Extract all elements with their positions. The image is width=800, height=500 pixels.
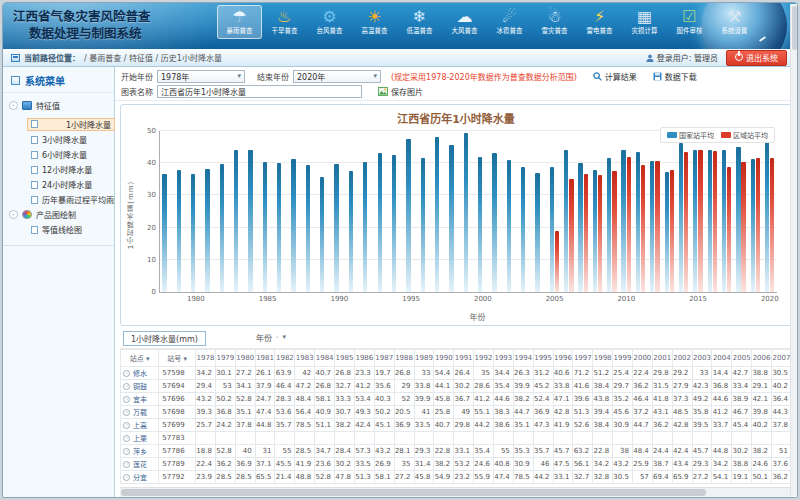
sidebar-item-0-4[interactable]: 24小时降水量 <box>27 177 112 192</box>
value-cell: 36.4 <box>771 393 791 406</box>
year-col-1989[interactable]: 1989 <box>414 350 434 367</box>
year-col-1979[interactable]: 1979 <box>215 350 235 367</box>
station-name[interactable]: 修水 <box>133 368 147 378</box>
station-name[interactable]: 分宜 <box>133 472 147 482</box>
sidebar-item-0-1[interactable]: 3小时降水量 <box>27 132 112 147</box>
value-cell: 43.4 <box>672 458 692 471</box>
sidebar-item-1-0[interactable]: 等值线绘图 <box>27 222 112 237</box>
sidebar-item-0-2[interactable]: 6小时降水量 <box>27 147 112 162</box>
station-name[interactable]: 万载 <box>133 407 147 417</box>
toolbar-item-label: 冰雹普查 <box>490 27 530 35</box>
year-col-1983[interactable]: 1983 <box>295 350 315 367</box>
hightemp-survey-icon: ☀ <box>353 7 396 27</box>
download-button[interactable]: 数据下载 <box>653 71 697 82</box>
toolbar-item-snow-survey[interactable]: ☃雪灾普查 <box>532 5 577 39</box>
year-column-header[interactable]: 年份 - ▾ <box>256 332 286 343</box>
vertical-scrollbar[interactable] <box>790 4 797 496</box>
horizontal-scrollbar-thumb[interactable] <box>121 489 706 496</box>
year-col-1980[interactable]: 1980 <box>235 350 255 367</box>
expand-icon[interactable]: - <box>9 210 18 219</box>
toolbar-item-hightemp-survey[interactable]: ☀高温普查 <box>352 5 397 39</box>
year-col-2005[interactable]: 2005 <box>732 350 752 367</box>
year-col-1984[interactable]: 1984 <box>315 350 335 367</box>
row-radio[interactable] <box>123 383 130 390</box>
year-col-2000[interactable]: 2000 <box>632 350 652 367</box>
row-radio[interactable] <box>123 409 130 416</box>
year-col-1981[interactable]: 1981 <box>255 350 275 367</box>
year-col-2007[interactable]: 2007 <box>771 350 791 367</box>
year-col-1998[interactable]: 1998 <box>593 350 613 367</box>
toolbar-item-map-review[interactable]: ☑图件审核 <box>667 5 712 39</box>
bar-national-1982 <box>220 164 224 292</box>
year-col-1996[interactable]: 1996 <box>553 350 573 367</box>
station-column-header[interactable]: 站点 ▾ <box>121 350 159 367</box>
sidebar-item-0-0[interactable]: 1小时降水量 <box>27 118 115 131</box>
year-col-1991[interactable]: 1991 <box>454 350 474 367</box>
sidebar-item-0-3[interactable]: 12小时降水量 <box>27 162 112 177</box>
row-radio[interactable] <box>123 461 130 468</box>
end-year-select[interactable]: 2020年 ▾ <box>293 70 381 83</box>
toolbar-item-rainstorm-survey[interactable]: ☂暴雨普查 <box>217 5 262 39</box>
sidebar-group-1[interactable]: -产品图绘制 <box>7 207 112 222</box>
toolbar-item-risk-calc[interactable]: ▦灾损计算 <box>622 5 667 39</box>
year-col-2002[interactable]: 2002 <box>672 350 692 367</box>
chart-name-input[interactable] <box>157 85 362 98</box>
station-name[interactable]: 萍乡 <box>133 446 147 456</box>
toolbar-item-system-settings[interactable]: ⚒系统设置 <box>712 5 757 39</box>
logout-button[interactable]: 退出系统 <box>726 50 787 66</box>
chart-legend[interactable]: 国家站平均区域站平均 <box>660 127 775 143</box>
year-col-1994[interactable]: 1994 <box>513 350 533 367</box>
row-radio[interactable] <box>123 474 130 481</box>
toolbar-item-wind-survey[interactable]: ☁大风普查 <box>442 5 487 39</box>
row-radio[interactable] <box>123 422 130 429</box>
year-col-1995[interactable]: 1995 <box>533 350 553 367</box>
year-col-1982[interactable]: 1982 <box>275 350 295 367</box>
station-name[interactable]: 宜丰 <box>133 394 147 404</box>
row-radio[interactable] <box>123 370 130 377</box>
year-col-2006[interactable]: 2006 <box>752 350 772 367</box>
horizontal-scrollbar[interactable] <box>120 487 792 497</box>
year-col-1985[interactable]: 1985 <box>335 350 355 367</box>
value-cell: 35.1 <box>513 419 533 432</box>
value-cell <box>196 432 216 445</box>
year-col-2004[interactable]: 2004 <box>712 350 732 367</box>
year-col-1993[interactable]: 1993 <box>493 350 513 367</box>
station-name[interactable]: 上高 <box>133 420 147 430</box>
year-col-1997[interactable]: 1997 <box>573 350 593 367</box>
station-id-column-header[interactable]: 站号 ▾ <box>159 350 196 367</box>
sidebar-group-0[interactable]: -特征值 <box>7 98 112 113</box>
vertical-scrollbar-thumb[interactable] <box>792 6 797 50</box>
table-scroll-region[interactable]: 站点 ▾站号 ▾19781979198019811982198319841985… <box>120 349 792 487</box>
toolbar-item-hail-survey[interactable]: ☄冰雹普查 <box>487 5 532 39</box>
row-radio[interactable] <box>123 396 130 403</box>
station-name[interactable]: 铜鼓 <box>133 381 147 391</box>
row-radio[interactable] <box>123 435 130 442</box>
year-col-1988[interactable]: 1988 <box>394 350 414 367</box>
start-year-select[interactable]: 1978年 ▾ <box>157 70 245 83</box>
save-image-button[interactable]: 保存图片 <box>378 86 423 97</box>
value-cell: 36.8 <box>712 380 732 393</box>
sidebar-item-0-5[interactable]: 历年暴雨过程平均雨量 <box>27 192 112 207</box>
toolbar-item-lightning-survey[interactable]: ⚡雷电普查 <box>577 5 622 39</box>
year-col-2001[interactable]: 2001 <box>652 350 672 367</box>
year-col-1999[interactable]: 1999 <box>613 350 633 367</box>
year-col-1978[interactable]: 1978 <box>196 350 216 367</box>
row-radio[interactable] <box>123 448 130 455</box>
year-col-1987[interactable]: 1987 <box>374 350 394 367</box>
year-col-1992[interactable]: 1992 <box>474 350 494 367</box>
calculate-button[interactable]: 计算结果 <box>593 71 637 82</box>
year-col-2003[interactable]: 2003 <box>692 350 712 367</box>
expand-icon[interactable]: - <box>9 101 18 110</box>
table-row-57598: 修水5759834.230.127.226.163.94240.726.823.… <box>121 367 792 380</box>
toolbar-item-typhoon-survey[interactable]: ⚙台风普查 <box>307 5 352 39</box>
legend-item-国家站平均[interactable]: 国家站平均 <box>667 130 714 140</box>
value-cell: 35.7 <box>275 419 295 432</box>
legend-item-区域站平均[interactable]: 区域站平均 <box>721 130 768 140</box>
toolbar-item-drought-survey[interactable]: ♨干旱普查 <box>262 5 307 39</box>
year-col-1990[interactable]: 1990 <box>434 350 454 367</box>
station-name[interactable]: 上栗 <box>133 433 147 443</box>
toolbar-item-lowtemp-survey[interactable]: ❄低温普查 <box>397 5 442 39</box>
breadcrumb-path[interactable]: / 暴雨普查 / 特征值 / 历史1小时降水量 <box>84 52 222 63</box>
year-col-1986[interactable]: 1986 <box>354 350 374 367</box>
station-name[interactable]: 莲花 <box>133 459 147 469</box>
